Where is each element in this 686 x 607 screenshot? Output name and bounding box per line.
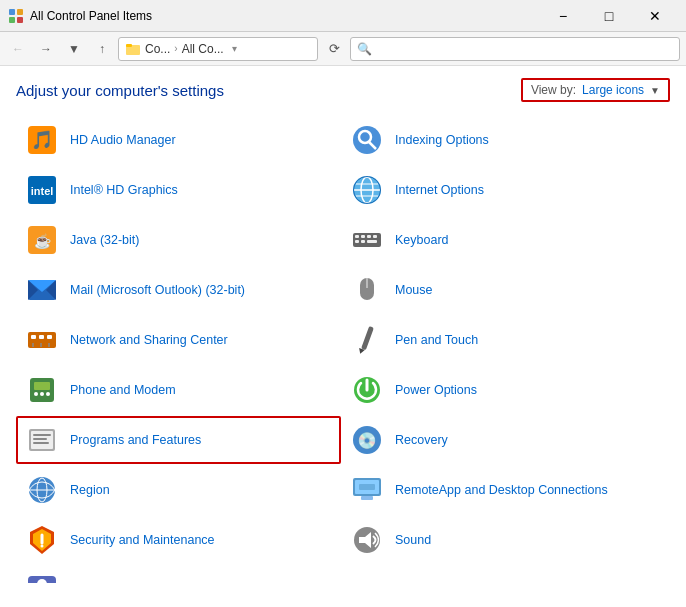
view-by-arrow: ▼: [650, 85, 660, 96]
panel-item-internet-options[interactable]: Internet Options: [341, 166, 666, 214]
svg-rect-2: [9, 17, 15, 23]
search-input[interactable]: [350, 37, 680, 61]
panel-item-speech-recognition[interactable]: Speech Recognition: [16, 566, 341, 583]
forward-button[interactable]: →: [34, 37, 58, 61]
panel-item-region[interactable]: Region: [16, 466, 341, 514]
panel-item-programs-features[interactable]: Programs and Features: [16, 416, 341, 464]
indexing-label: Indexing Options: [395, 132, 489, 148]
panel-item-mail-outlook[interactable]: Mail (Microsoft Outlook) (32-bit): [16, 266, 341, 314]
svg-rect-53: [33, 438, 47, 440]
refresh-button[interactable]: ⟳: [322, 37, 346, 61]
recovery-icon: 💿: [349, 422, 385, 458]
region-icon: [24, 472, 60, 508]
security-maintenance-icon: [24, 522, 60, 558]
panel-item-java[interactable]: ☕Java (32-bit): [16, 216, 341, 264]
panel-item-indexing[interactable]: Indexing Options: [341, 116, 666, 164]
security-maintenance-label: Security and Maintenance: [70, 532, 215, 548]
programs-features-icon: [24, 422, 60, 458]
panel-item-recovery[interactable]: 💿Recovery: [341, 416, 666, 464]
mouse-icon: [349, 272, 385, 308]
svg-text:💿: 💿: [357, 431, 377, 450]
addr-separator: ›: [174, 43, 177, 54]
view-by-value: Large icons: [582, 83, 644, 97]
folder-icon: [125, 41, 141, 57]
panel-item-pen-touch[interactable]: Pen and Touch: [341, 316, 666, 364]
speech-recognition-icon: [24, 572, 60, 583]
panel-item-phone-modem[interactable]: Phone and Modem: [16, 366, 341, 414]
svg-rect-24: [367, 235, 371, 238]
svg-rect-25: [373, 235, 377, 238]
up-button[interactable]: ↑: [90, 37, 114, 61]
remoteapp-icon: [349, 472, 385, 508]
main-content: Adjust your computer's settings View by:…: [0, 66, 686, 607]
minimize-button[interactable]: −: [540, 0, 586, 32]
internet-options-icon: [349, 172, 385, 208]
svg-text:☕: ☕: [34, 233, 52, 250]
keyboard-label: Keyboard: [395, 232, 449, 248]
restore-button[interactable]: □: [586, 0, 632, 32]
sound-label: Sound: [395, 532, 431, 548]
svg-rect-37: [39, 335, 44, 339]
intel-hd-icon: intel: [24, 172, 60, 208]
svg-rect-36: [31, 335, 36, 339]
panel-item-power-options[interactable]: Power Options: [341, 366, 666, 414]
panel-item-keyboard[interactable]: Keyboard: [341, 216, 666, 264]
pen-touch-label: Pen and Touch: [395, 332, 478, 348]
programs-features-label: Programs and Features: [70, 432, 201, 448]
svg-rect-5: [126, 44, 132, 47]
svg-text:intel: intel: [31, 185, 54, 197]
dropdown-button[interactable]: ▼: [62, 37, 86, 61]
app-icon: [8, 8, 24, 24]
pen-touch-icon: [349, 322, 385, 358]
view-by-label: View by:: [531, 83, 576, 97]
recovery-label: Recovery: [395, 432, 448, 448]
internet-options-label: Internet Options: [395, 182, 484, 198]
panel-item-sound[interactable]: Sound: [341, 516, 666, 564]
phone-modem-label: Phone and Modem: [70, 382, 176, 398]
close-button[interactable]: ✕: [632, 0, 678, 32]
panel-item-hd-audio[interactable]: 🎵HD Audio Manager: [16, 116, 341, 164]
sound-icon: [349, 522, 385, 558]
power-options-icon: [349, 372, 385, 408]
address-box[interactable]: Co... › All Co... ▾: [118, 37, 318, 61]
svg-rect-1: [17, 9, 23, 15]
svg-point-48: [46, 392, 50, 396]
panel-item-intel-hd[interactable]: intelIntel® HD Graphics: [16, 166, 341, 214]
address-bar: ← → ▼ ↑ Co... › All Co... ▾ ⟳: [0, 32, 686, 66]
panel-item-remoteapp[interactable]: RemoteApp and Desktop Connections: [341, 466, 666, 514]
svg-rect-27: [361, 240, 365, 243]
svg-rect-3: [17, 17, 23, 23]
indexing-icon: [349, 122, 385, 158]
panel-item-network-sharing[interactable]: Network and Sharing Center: [16, 316, 341, 364]
back-button[interactable]: ←: [6, 37, 30, 61]
svg-rect-52: [33, 434, 51, 436]
window-title: All Control Panel Items: [30, 9, 540, 23]
svg-rect-22: [355, 235, 359, 238]
title-bar: All Control Panel Items − □ ✕: [0, 0, 686, 32]
addr-dropdown-arrow: ▾: [232, 43, 237, 54]
speech-recognition-label: Speech Recognition: [70, 582, 182, 583]
svg-rect-54: [33, 442, 49, 444]
intel-hd-label: Intel® HD Graphics: [70, 182, 178, 198]
svg-rect-0: [9, 9, 15, 15]
view-by-dropdown[interactable]: View by: Large icons ▼: [521, 78, 670, 102]
page-title: Adjust your computer's settings: [16, 82, 224, 99]
window-controls: − □ ✕: [540, 0, 678, 32]
svg-rect-45: [34, 382, 50, 390]
panel-item-mouse[interactable]: Mouse: [341, 266, 666, 314]
svg-rect-42: [361, 326, 374, 350]
svg-point-46: [34, 392, 38, 396]
keyboard-icon: [349, 222, 385, 258]
java-label: Java (32-bit): [70, 232, 139, 248]
svg-text:🎵: 🎵: [31, 129, 54, 151]
remoteapp-label: RemoteApp and Desktop Connections: [395, 482, 608, 498]
java-icon: ☕: [24, 222, 60, 258]
hd-audio-label: HD Audio Manager: [70, 132, 176, 148]
panel-item-security-maintenance[interactable]: Security and Maintenance: [16, 516, 341, 564]
svg-rect-63: [359, 484, 375, 490]
network-sharing-icon: [24, 322, 60, 358]
svg-rect-38: [47, 335, 52, 339]
svg-point-47: [40, 392, 44, 396]
svg-rect-28: [367, 240, 377, 243]
mail-outlook-label: Mail (Microsoft Outlook) (32-bit): [70, 282, 245, 298]
